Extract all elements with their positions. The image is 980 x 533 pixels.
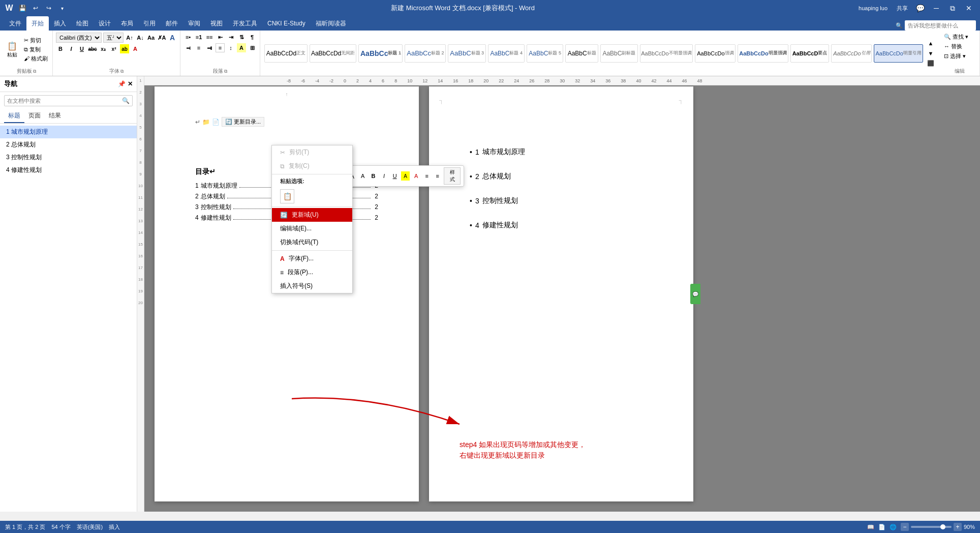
zoom-slider[interactable] xyxy=(911,526,952,528)
style-quote[interactable]: AaBbCcDo引用 xyxy=(831,44,872,63)
sort-button[interactable]: ⇅ xyxy=(237,33,246,42)
share-button[interactable]: 共享 xyxy=(894,3,911,13)
comments-icon[interactable]: 💬 xyxy=(913,3,927,13)
sidebar-close-icon[interactable]: ✕ xyxy=(128,80,133,87)
style-intense-emphasis[interactable]: AaBbCcDo明显强调 xyxy=(738,44,788,63)
font-family-select[interactable]: Calibri (西文) xyxy=(56,33,102,43)
border-button[interactable]: ⊞ xyxy=(248,43,257,52)
cut-button[interactable]: ✂ 剪切 xyxy=(22,36,49,45)
find-button[interactable]: 🔍 查找 ▾ xyxy=(942,33,970,41)
ctx-update-field[interactable]: 🔄 更新域(U) xyxy=(272,208,352,222)
styles-expand[interactable]: ⬛ xyxy=(926,59,935,68)
tab-insert[interactable]: 插入 xyxy=(49,16,71,31)
nav-item-1[interactable]: 1 城市规划原理 xyxy=(0,126,137,138)
sidebar-tab-headings[interactable]: 标题 xyxy=(4,109,24,123)
style-strong[interactable]: AaBbCcD要点 xyxy=(790,44,830,63)
style-intense-quote[interactable]: AaBbCcDo明显引用 xyxy=(874,44,923,63)
style-subtle-emphasis[interactable]: AaBbCcDo不明显强调 xyxy=(640,44,693,63)
mini-bullets-button[interactable]: ≡ xyxy=(422,171,431,181)
justify-button[interactable]: ≡ xyxy=(216,43,225,52)
align-right-button[interactable]: ⫥ xyxy=(205,43,214,52)
tab-review[interactable]: 审阅 xyxy=(183,16,205,31)
shading-button[interactable]: A xyxy=(237,43,246,52)
replace-button[interactable]: ↔ 替换 xyxy=(942,42,964,51)
mini-numbering-button[interactable]: ≡ xyxy=(433,171,442,181)
style-heading2[interactable]: AaBbCc标题 2 xyxy=(405,44,446,63)
decrease-indent-button[interactable]: ⇤ xyxy=(216,33,225,42)
customize-icon[interactable]: ▾ xyxy=(57,3,67,13)
ctx-paragraph[interactable]: ≡ 段落(P)... xyxy=(272,265,352,279)
styles-scroll-down[interactable]: ▼ xyxy=(926,49,935,58)
close-button[interactable]: ✕ xyxy=(962,3,976,13)
zoom-out-button[interactable]: − xyxy=(901,523,909,531)
line-spacing-button[interactable]: ↕ xyxy=(226,43,235,52)
copy-button[interactable]: ⧉ 复制 xyxy=(22,45,49,54)
select-button[interactable]: ⊡ 选择 ▾ xyxy=(942,52,967,61)
mini-shrink-button[interactable]: A xyxy=(358,171,367,181)
sidebar-pin-icon[interactable]: 📌 xyxy=(118,80,126,87)
style-heading4[interactable]: AaBbC标题 4 xyxy=(488,44,525,63)
ctx-cut[interactable]: ✂ 剪切(T) xyxy=(272,145,352,159)
tab-design[interactable]: 设计 xyxy=(94,16,116,31)
style-title[interactable]: AaBbC标题 xyxy=(565,44,598,63)
tab-file[interactable]: 文件 xyxy=(4,16,26,31)
zoom-percent[interactable]: 90% xyxy=(964,524,975,530)
tab-layout[interactable]: 布局 xyxy=(116,16,138,31)
bold-button[interactable]: B xyxy=(56,44,65,53)
toc-update-button[interactable]: 🔄 更新目录... xyxy=(222,117,264,127)
view-read-icon[interactable]: 📖 xyxy=(867,524,874,530)
save-icon[interactable]: 💾 xyxy=(17,3,27,13)
numbering-button[interactable]: ≡1 xyxy=(194,33,203,42)
increase-indent-button[interactable]: ⇥ xyxy=(226,33,235,42)
tab-foxit[interactable]: 福昕阅读器 xyxy=(311,16,351,31)
align-left-button[interactable]: ⫤ xyxy=(183,43,193,52)
sidebar-tab-pages[interactable]: 页面 xyxy=(24,109,45,123)
clipboard-expand[interactable]: ⧉ xyxy=(33,69,36,74)
mini-bold-button[interactable]: B xyxy=(369,171,378,181)
font-color-button[interactable]: A xyxy=(131,44,140,53)
mini-font-color-button[interactable]: A xyxy=(412,171,420,181)
text-effects-button[interactable]: A xyxy=(168,33,177,42)
strikethrough-button[interactable]: abc xyxy=(88,44,97,53)
tab-cnki[interactable]: CNKI E-Study xyxy=(262,16,311,31)
mini-style-button[interactable]: 样式 xyxy=(444,167,461,185)
ctx-toggle-field[interactable]: 切换域代码(T) xyxy=(272,235,352,249)
multilevel-button[interactable]: ≡≡ xyxy=(205,33,214,42)
ask-input[interactable] xyxy=(905,20,976,31)
search-input[interactable] xyxy=(5,96,119,105)
show-marks-button[interactable]: ¶ xyxy=(248,33,257,42)
underline-button[interactable]: U xyxy=(77,44,86,53)
subscript-button[interactable]: x₂ xyxy=(99,44,108,53)
zoom-in-button[interactable]: + xyxy=(954,523,962,531)
bullets-button[interactable]: ≡• xyxy=(183,33,193,42)
change-case-button[interactable]: Aa xyxy=(146,33,156,42)
ctx-paste-icon[interactable]: 📋 xyxy=(280,189,294,203)
ctx-insert-symbol[interactable]: 插入符号(S) xyxy=(272,279,352,293)
style-emphasis[interactable]: AaBbCcDo强调 xyxy=(695,44,736,63)
tab-mailings[interactable]: 邮件 xyxy=(161,16,183,31)
italic-button[interactable]: I xyxy=(67,44,76,53)
ctx-font[interactable]: A 字体(F)... xyxy=(272,252,352,265)
redo-icon[interactable]: ↪ xyxy=(44,3,54,13)
search-icon[interactable]: 🔍 xyxy=(119,96,132,106)
mini-highlight-button[interactable]: A xyxy=(401,171,410,181)
style-no-spacing[interactable]: AaBbCcDd无间距 xyxy=(310,44,357,63)
document-area[interactable]: ↑ ↓ ↵ 📁 📄 🔄 更新目录... Calibri (西 五号 xyxy=(144,76,980,512)
font-size-select[interactable]: 五号 xyxy=(103,33,124,43)
format-painter-button[interactable]: 🖌 格式刷 xyxy=(22,54,49,63)
nav-item-2[interactable]: 2 总体规划 xyxy=(0,138,137,151)
shrink-font-button[interactable]: A↓ xyxy=(136,33,145,42)
align-center-button[interactable]: ≡ xyxy=(194,43,203,52)
style-heading5[interactable]: AaBbC标题 5 xyxy=(527,44,563,63)
clear-format-button[interactable]: ✗A xyxy=(157,33,166,42)
paragraph-expand[interactable]: ⧉ xyxy=(224,69,227,74)
style-heading3[interactable]: AaBbC标题 3 xyxy=(448,44,486,63)
tab-developer[interactable]: 开发工具 xyxy=(228,16,262,31)
tab-references[interactable]: 引用 xyxy=(138,16,161,31)
restore-button[interactable]: ⧉ xyxy=(945,3,960,13)
view-web-icon[interactable]: 🌐 xyxy=(890,524,897,530)
style-normal[interactable]: AaBbCcDd正文 xyxy=(264,44,308,63)
mini-italic-button[interactable]: I xyxy=(380,171,388,181)
minimize-button[interactable]: ─ xyxy=(929,3,943,13)
grow-font-button[interactable]: A↑ xyxy=(125,33,134,42)
